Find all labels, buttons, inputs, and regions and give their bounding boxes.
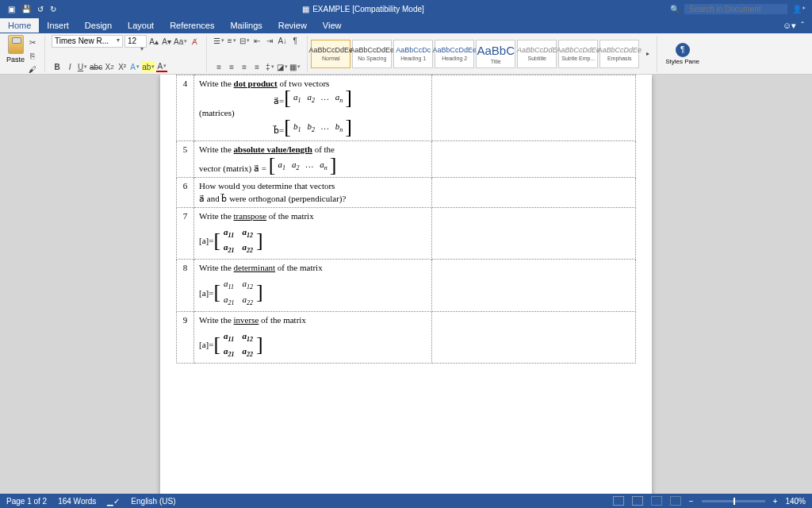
format-painter-icon[interactable]: 🖌	[27, 64, 38, 75]
outdent-icon[interactable]: ⇤	[251, 35, 262, 46]
grow-font-icon[interactable]: A▴	[148, 36, 159, 47]
bullets-icon[interactable]: ☰	[213, 35, 224, 46]
style-subtitle[interactable]: AaBbCcDdESubtitle	[517, 40, 557, 68]
search-input[interactable]	[684, 4, 787, 14]
tab-insert[interactable]: Insert	[39, 18, 77, 33]
read-mode-icon[interactable]	[613, 496, 624, 506]
highlight-icon[interactable]: ab	[142, 61, 155, 72]
question-cell[interactable]: Write the dot product of two vectorsa⃗=[…	[194, 75, 432, 141]
clear-format-icon[interactable]: A̸	[189, 36, 200, 47]
page-indicator[interactable]: Page 1 of 2	[6, 497, 47, 506]
zoom-out-icon[interactable]: −	[689, 497, 694, 506]
web-layout-icon[interactable]	[651, 496, 662, 506]
spellcheck-icon[interactable]: ▁✓	[107, 497, 120, 506]
justify-icon[interactable]: ≡	[251, 61, 262, 72]
table-row: 6How would you determine that vectorsa⃗ …	[177, 178, 636, 208]
tab-design[interactable]: Design	[77, 18, 120, 33]
question-cell[interactable]: Write the determinant of the matrix[a]=[…	[194, 260, 432, 311]
style-emphasis[interactable]: AaBbCcDdEeEmphasis	[599, 40, 639, 68]
table-row: 8Write the determinant of the matrix[a]=…	[177, 260, 636, 311]
cut-icon[interactable]: ✂	[27, 37, 38, 48]
indent-icon[interactable]: ⇥	[264, 35, 275, 46]
print-layout-icon[interactable]	[632, 496, 643, 506]
tab-references[interactable]: References	[162, 18, 222, 33]
zoom-in-icon[interactable]: +	[773, 497, 778, 506]
shrink-font-icon[interactable]: A▾	[161, 36, 172, 47]
titlebar: ▣ 💾 ↺ ↻ ▦ EXAMPLE [Compatibility Mode] 🔍…	[0, 0, 812, 17]
styles-pane-icon: ¶	[676, 43, 690, 57]
paste-icon[interactable]	[8, 35, 24, 54]
ribbon-tabs: HomeInsertDesignLayoutReferencesMailings…	[0, 17, 812, 33]
document-title: EXAMPLE [Compatibility Mode]	[312, 5, 424, 13]
style-normal[interactable]: AaBbCcDdEeNormal	[311, 40, 350, 68]
status-bar: Page 1 of 2 164 Words ▁✓ English (US) − …	[0, 494, 812, 508]
question-cell[interactable]: Write the absolute value/length of theve…	[194, 141, 432, 178]
style-heading-1[interactable]: AaBbCcDcHeading 1	[393, 40, 433, 68]
font-name-select[interactable]: Times New R...	[52, 35, 123, 48]
copy-icon[interactable]: ⎘	[27, 50, 38, 61]
line-spacing-icon[interactable]: ‡	[264, 61, 275, 72]
row-number: 4	[177, 75, 194, 141]
font-size-select[interactable]: 12	[124, 35, 147, 48]
answer-cell[interactable]	[432, 311, 636, 363]
clipboard-group: Paste ✂ ⎘ 🖌	[3, 35, 41, 72]
zoom-slider[interactable]	[702, 500, 765, 502]
show-marks-icon[interactable]: ¶	[289, 35, 301, 46]
style-heading-2[interactable]: AaBbCcDdEeHeading 2	[435, 40, 474, 68]
italic-button[interactable]: I	[64, 61, 75, 72]
answer-cell[interactable]	[432, 260, 636, 311]
collapse-ribbon-icon[interactable]: ˆ	[801, 21, 804, 30]
answer-cell[interactable]	[432, 141, 636, 178]
zoom-level[interactable]: 140%	[785, 497, 806, 506]
font-group: Times New R... 12 A▴ A▾ Aa A̸ B I U abc …	[48, 35, 203, 72]
borders-icon[interactable]: ▦	[289, 61, 301, 72]
tab-home[interactable]: Home	[0, 18, 39, 33]
question-cell[interactable]: How would you determine that vectorsa⃗ a…	[194, 178, 432, 208]
styles-more-icon[interactable]: ▸	[642, 48, 653, 60]
style-title[interactable]: AaBbCTitle	[476, 40, 515, 68]
table-row: 5Write the absolute value/length of thev…	[177, 141, 636, 178]
style-subtle-emp-[interactable]: AaBbCcDdEeSubtle Emp...	[558, 40, 598, 68]
answer-cell[interactable]	[432, 178, 636, 208]
underline-button[interactable]: U	[77, 61, 88, 72]
text-effects-icon[interactable]: A	[129, 61, 140, 72]
bold-button[interactable]: B	[52, 61, 63, 72]
document-area: 4Write the dot product of two vectorsa⃗=…	[0, 75, 812, 494]
question-cell[interactable]: Write the inverse of the matrix[a]=[a11a…	[194, 311, 432, 363]
redo-icon[interactable]: ↻	[50, 5, 56, 13]
tab-review[interactable]: Review	[270, 18, 315, 33]
subscript-button[interactable]: X2	[104, 61, 115, 72]
tab-mailings[interactable]: Mailings	[222, 18, 270, 33]
tab-view[interactable]: View	[315, 18, 350, 33]
row-number: 5	[177, 141, 194, 178]
save-icon[interactable]: 💾	[21, 5, 31, 13]
numbering-icon[interactable]: ≡	[226, 35, 237, 46]
answer-cell[interactable]	[432, 75, 636, 141]
shading-icon[interactable]: ◪	[277, 61, 288, 72]
style-no-spacing[interactable]: AaBbCcDdEeNo Spacing	[352, 40, 392, 68]
autosave-icon[interactable]: ▣	[8, 5, 15, 13]
question-cell[interactable]: Write the transpose of the matrix[a]=[a1…	[194, 208, 432, 260]
feedback-icon[interactable]: ☺▾	[783, 21, 796, 31]
page: 4Write the dot product of two vectorsa⃗=…	[160, 75, 652, 494]
align-center-icon[interactable]: ≡	[226, 61, 237, 72]
change-case-icon[interactable]: Aa	[174, 36, 187, 47]
outline-icon[interactable]	[670, 496, 681, 506]
undo-icon[interactable]: ↺	[37, 5, 44, 13]
align-left-icon[interactable]: ≡	[213, 61, 224, 72]
tab-layout[interactable]: Layout	[120, 18, 162, 33]
styles-pane-button[interactable]: ¶ Styles Pane	[661, 43, 704, 65]
paste-button[interactable]: Paste	[6, 56, 25, 64]
align-right-icon[interactable]: ≡	[239, 61, 250, 72]
answer-cell[interactable]	[432, 208, 636, 260]
sort-icon[interactable]: A↓	[277, 35, 288, 46]
word-icon: ▦	[302, 5, 309, 13]
share-icon[interactable]: 👤⁺	[792, 5, 806, 13]
multilevel-icon[interactable]: ⊟	[239, 35, 250, 46]
font-color-icon[interactable]: A	[156, 61, 167, 72]
table-row: 9Write the inverse of the matrix[a]=[a11…	[177, 311, 636, 363]
superscript-button[interactable]: X²	[117, 61, 128, 72]
strike-button[interactable]: abc	[90, 61, 102, 72]
word-count[interactable]: 164 Words	[58, 497, 96, 506]
language-indicator[interactable]: English (US)	[131, 497, 175, 506]
